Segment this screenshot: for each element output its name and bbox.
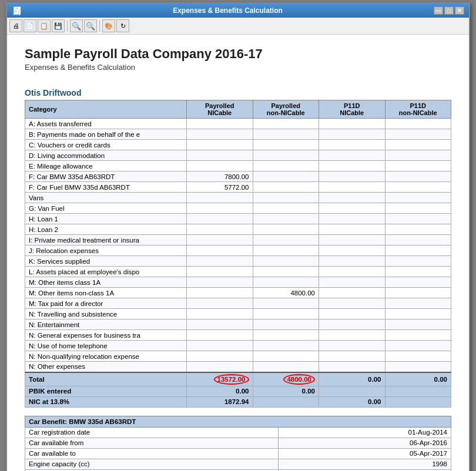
p11d-nicable-cell [319,245,386,256]
payrolled-nicable-cell [187,193,253,203]
table-row: N: Other expenses [25,362,451,372]
table-row: I: Private medical treatment or insura [25,235,451,245]
p11d-nicable-cell [319,203,386,214]
payrolled-nonnicable-cell [253,161,319,171]
p11d-nonnicable-cell [385,298,451,309]
payrolled-nicable-cell [187,235,253,245]
p11d-nonnicable-cell [385,140,451,150]
payrolled-nicable-cell [187,277,253,288]
open-button[interactable]: 📋 [38,19,51,32]
car-benefit-value: 1998 [279,459,451,469]
table-row: C: Vouchers or credit cards [25,140,451,150]
save-button[interactable]: 💾 [52,19,65,32]
category-cell: B: Payments made on behalf of the e [25,129,187,140]
payrolled-nonnicable-cell [253,214,319,224]
category-cell: N: General expenses for business tra [25,330,187,341]
col-header-p11d-nicable: P11DNICable [319,100,386,119]
p11d-nicable-cell [319,150,386,161]
category-cell: L: Assets placed at employee's dispo [25,267,187,277]
p11d-nonnicable-cell [385,330,451,341]
p11d-nicable-cell [319,277,386,288]
payrolled-nicable-cell [187,362,253,372]
category-cell: K: Services supplied [25,256,187,267]
pbik-payrolled-nonnicable: 0.00 [253,386,319,396]
category-cell: N: Non-qualifying relocation expense [25,351,187,362]
payrolled-nicable-cell [187,341,253,351]
app-icon: 🧾 [12,6,22,15]
zoom-out-button[interactable]: 🔍 [84,19,97,32]
window-title: Expenses & Benefits Calculation [173,6,283,15]
table-row: H: Loan 2 [25,224,451,235]
table-row: K: Services supplied [25,256,451,267]
maximize-button[interactable]: □ [444,6,454,15]
payrolled-nonnicable-cell [253,171,319,182]
payrolled-nicable-cell [187,214,253,224]
pbik-p11d-nonnicable [385,386,451,396]
print-button[interactable]: 🖨 [9,19,22,32]
pbik-label: PBIK entered [25,386,187,396]
category-cell: E: Mileage allowance [25,161,187,171]
refresh-button[interactable]: ↻ [116,19,129,32]
payrolled-nonnicable-cell [253,277,319,288]
toolbar: 🖨 📄 📋 💾 🔍 🔍 🎨 ↻ [7,18,469,35]
p11d-nicable-cell [319,256,386,267]
table-row: F: Car Fuel BMW 335d AB63RDT 5772.00 [25,182,451,193]
payrolled-nicable-cell [187,140,253,150]
payrolled-nonnicable-cell [253,256,319,267]
category-cell: F: Car BMW 335d AB63RDT [25,171,187,182]
table-row: M: Other items class 1A [25,277,451,288]
table-row: N: Entertainment [25,319,451,330]
p11d-nonnicable-cell [385,224,451,235]
p11d-nonnicable-cell [385,309,451,319]
payrolled-nonnicable-cell [253,150,319,161]
new-button[interactable]: 📄 [24,19,36,32]
p11d-nonnicable-cell [385,182,451,193]
car-benefit-row: Car available to 05-Apr-2017 [25,448,451,459]
p11d-nonnicable-cell [385,288,451,298]
table-row: M: Other items non-class 1A 4800.00 [25,288,451,298]
employee-name: Otis Driftwood [25,88,451,97]
p11d-nicable-cell [319,319,386,330]
table-row: J: Relocation expenses [25,245,451,256]
table-row: N: Non-qualifying relocation expense [25,351,451,362]
payrolled-nicable-cell [187,161,253,171]
total-label: Total [25,372,187,386]
p11d-nicable-cell [319,309,386,319]
p11d-nicable-cell [319,193,386,203]
car-benefit-row: Engine capacity (cc) 1998 [25,459,451,469]
nic-row: NIC at 13.8% 1872.94 0.00 [25,396,451,407]
zoom-in-button[interactable]: 🔍 [70,19,83,32]
p11d-nonnicable-cell [385,256,451,267]
payrolled-nicable-cell [187,267,253,277]
col-header-payrolled-nonnicable: Payrollednon-NICable [253,100,319,119]
payrolled-nonnicable-cell [253,330,319,341]
table-row: G: Van Fuel [25,203,451,214]
p11d-nicable-cell [319,267,386,277]
nic-label: NIC at 13.8% [25,396,187,407]
payrolled-nonnicable-cell [253,351,319,362]
table-row: B: Payments made on behalf of the e [25,129,451,140]
table-row: E: Mileage allowance [25,161,451,171]
p11d-nonnicable-cell [385,341,451,351]
expenses-table: Category PayrolledNICable Payrollednon-N… [25,100,451,408]
payrolled-nicable-cell: 7800.00 [187,171,253,182]
payrolled-nonnicable-cell [253,235,319,245]
payrolled-nicable-cell: 5772.00 [187,182,253,193]
color-button[interactable]: 🎨 [102,19,115,32]
category-cell: I: Private medical treatment or insura [25,235,187,245]
p11d-nicable-cell [319,182,386,193]
toolbar-separator-1 [67,20,68,32]
payrolled-nicable-cell [187,330,253,341]
category-cell: M: Tax paid for a director [25,298,187,309]
close-button[interactable]: ✕ [455,6,464,15]
p11d-nicable-cell [319,288,386,298]
minimize-button[interactable]: — [434,6,443,15]
payrolled-nonnicable-cell [253,245,319,256]
car-benefit-row: Car available from 06-Apr-2016 [25,438,451,448]
car-benefit-label: Engine capacity (cc) [25,459,279,469]
p11d-nicable-cell [319,171,386,182]
payrolled-nonnicable-cell [253,129,319,140]
payrolled-nonnicable-cell [253,319,319,330]
car-benefit-value: 05-Apr-2017 [279,448,451,459]
p11d-nicable-cell [319,214,386,224]
